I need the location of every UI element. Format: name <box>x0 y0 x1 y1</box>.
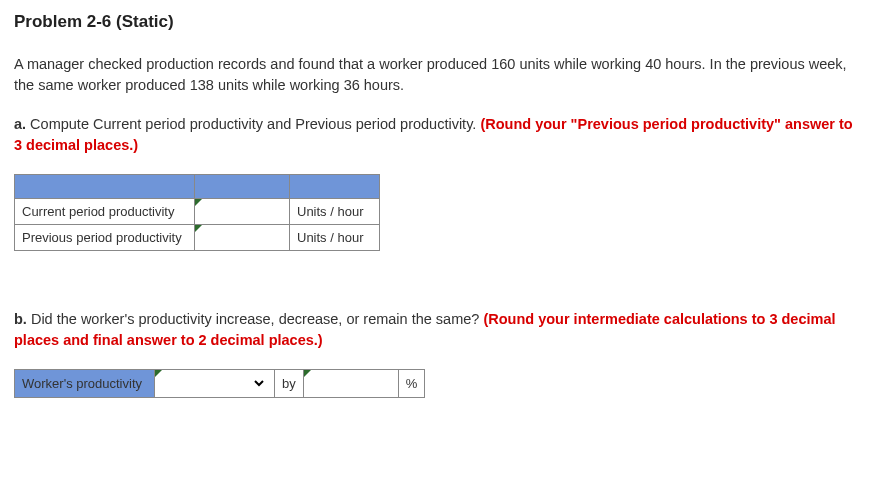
input-cell <box>195 199 290 225</box>
part-a-table: Current period productivity Units / hour… <box>14 174 380 251</box>
problem-title: Problem 2-6 (Static) <box>14 12 861 32</box>
table-row: Previous period productivity Units / hou… <box>15 225 380 251</box>
productivity-direction-select[interactable] <box>162 373 267 394</box>
problem-intro: A manager checked production records and… <box>14 54 861 96</box>
part-a-text: Compute Current period productivity and … <box>26 116 480 132</box>
row-label: Previous period productivity <box>15 225 195 251</box>
input-cell <box>303 370 398 398</box>
worker-productivity-label: Worker's productivity <box>15 370 155 398</box>
by-label: by <box>275 370 304 398</box>
productivity-change-input[interactable] <box>311 373 391 394</box>
previous-productivity-input[interactable] <box>202 228 282 247</box>
part-b-prompt: b. Did the worker's productivity increas… <box>14 309 861 351</box>
table-row: Worker's productivity by % <box>15 370 425 398</box>
current-productivity-input[interactable] <box>202 202 282 221</box>
part-b-table: Worker's productivity by % <box>14 369 425 398</box>
row-unit: Units / hour <box>290 225 380 251</box>
row-unit: Units / hour <box>290 199 380 225</box>
part-a-prompt: a. Compute Current period productivity a… <box>14 114 861 156</box>
dropdown-cell <box>155 370 275 398</box>
table-header-row <box>15 175 380 199</box>
part-b-text: Did the worker's productivity increase, … <box>27 311 484 327</box>
part-a-prefix: a. <box>14 116 26 132</box>
part-b-prefix: b. <box>14 311 27 327</box>
percent-label: % <box>398 370 425 398</box>
input-cell <box>195 225 290 251</box>
row-label: Current period productivity <box>15 199 195 225</box>
table-row: Current period productivity Units / hour <box>15 199 380 225</box>
